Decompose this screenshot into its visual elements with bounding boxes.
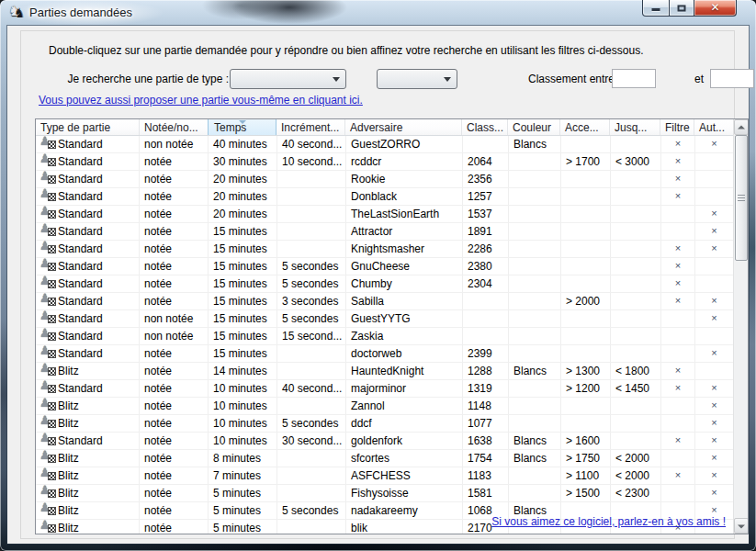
cell-auto: × [695, 293, 733, 309]
cell-increment: 5 secondes [277, 502, 346, 519]
maximize-button[interactable] [670, 0, 694, 17]
chess-pawn-board-icon: ♟ [40, 225, 56, 237]
chess-pawn-board-icon: ♟ [40, 138, 56, 150]
cell-adversary: goldenfork [346, 433, 463, 449]
chess-pawn-board-icon: ♟ [40, 434, 56, 446]
cell-below [611, 398, 661, 414]
cell-increment: 10 second... [277, 153, 346, 170]
cell-time: 40 minutes [209, 136, 277, 152]
cell-increment: 40 second... [277, 380, 346, 397]
table-row[interactable]: ♟Standardnotée20 minutesDonblack1257× [36, 188, 733, 206]
arrow-down-icon [738, 524, 745, 528]
table-row[interactable]: ♟Standardnotée15 minutes5 secondesChumby… [36, 276, 733, 293]
chess-pawn-board-icon: ♟ [40, 312, 56, 324]
table-row[interactable]: ♟Blitznotée8 minutessfcortes1754Blancs> … [36, 450, 733, 467]
cell-type: ♟Standard [36, 258, 140, 275]
cell-time: 7 minutes [209, 467, 277, 484]
table-row[interactable]: ♟Standardnotée15 minutesKnightsmasher228… [36, 241, 733, 258]
cell-color [509, 258, 561, 275]
table-row[interactable]: ♟Standardnon notée15 minutes5 secondesGu… [36, 310, 733, 328]
cell-type: ♟Standard [36, 433, 140, 449]
cell-type: ♟Blitz [36, 415, 140, 432]
cell-time: 10 minutes [209, 433, 277, 449]
cell-color [509, 398, 561, 414]
table-row[interactable]: ♟Blitznotée7 minutesASFCHESS1183> 1100< … [36, 467, 733, 485]
cell-increment: 5 secondes [277, 310, 346, 327]
cell-rated: notée [140, 241, 209, 257]
cell-time: 5 minutes [209, 502, 277, 519]
column-header-color[interactable]: Couleur [508, 119, 560, 135]
maximize-icon [678, 5, 686, 11]
game-subtype-select[interactable] [377, 69, 457, 89]
table-row[interactable]: ♟Standardnotée10 minutes30 second...gold… [36, 433, 733, 450]
column-header-rated[interactable]: Notée/no... [140, 119, 209, 135]
cell-auto: × [695, 450, 733, 467]
cell-auto: × [695, 206, 733, 222]
cell-increment: 5 secondes [277, 415, 346, 432]
scroll-up-button[interactable] [734, 119, 749, 135]
cell-rated: notée [140, 485, 209, 501]
cell-below [611, 188, 661, 205]
table-row[interactable]: ♟Standardnotée15 minutesAttractor1891× [36, 223, 733, 241]
cell-color [509, 171, 561, 187]
cell-increment: 30 second... [277, 433, 346, 449]
cell-below [611, 136, 661, 152]
chess-pawn-board-icon: ♟ [40, 417, 56, 429]
cell-filter: × [661, 241, 695, 257]
scrollbar-thumb[interactable] [735, 135, 748, 261]
cell-color [509, 467, 561, 484]
games-table: Type de partieNotée/no...TempsIncrément.… [35, 118, 749, 534]
table-row[interactable]: ♟Standardnon notée40 minutes40 second...… [36, 136, 733, 153]
propose-game-link[interactable]: Vous pouvez aussi proposer une partie vo… [39, 94, 363, 107]
table-row[interactable]: ♟Blitznotée14 minutesHauntedKnight1288Bl… [36, 363, 733, 380]
table-row[interactable]: ♟Standardnotée10 minutes40 second...majo… [36, 380, 733, 398]
column-header-filter[interactable]: Filtre [660, 119, 694, 135]
cell-type: ♟Standard [36, 241, 140, 257]
game-type-select[interactable] [230, 69, 346, 89]
table-row[interactable]: ♟Standardnotée15 minutes3 secondesSabill… [36, 293, 733, 310]
column-header-type[interactable]: Type de partie [36, 119, 140, 135]
cell-type: ♟Standard [36, 293, 140, 309]
table-row[interactable]: ♟Blitznotée5 minutesFishysoisse1581> 150… [36, 485, 733, 502]
column-header-below[interactable]: Jusq... [610, 119, 660, 135]
column-header-adversary[interactable]: Adversaire [345, 119, 462, 135]
table-row[interactable]: ♟Standardnotée30 minutes10 second...rcdd… [36, 153, 733, 171]
vertical-scrollbar[interactable] [733, 119, 748, 534]
cell-time: 15 minutes [209, 276, 277, 292]
column-header-auto[interactable]: Aut... [694, 119, 732, 135]
close-button[interactable]: ✕ [694, 0, 737, 17]
cell-auto: × [695, 433, 733, 449]
scroll-down-button[interactable] [734, 518, 749, 534]
table-row[interactable]: ♟Standardnotée15 minutes5 secondesGnuChe… [36, 258, 733, 276]
rating-max-input[interactable] [710, 69, 754, 88]
cell-filter [661, 450, 695, 467]
cell-increment: 5 secondes [277, 258, 346, 275]
table-row[interactable]: ♟Standardnotée20 minutesTheLastSionEarth… [36, 206, 733, 223]
minimize-button[interactable] [642, 0, 670, 17]
table-row[interactable]: ♟Standardnotée20 minutesRookie2356× [36, 171, 733, 188]
cell-auto: × [695, 467, 733, 484]
table-row[interactable]: ♟Blitznotée10 minutes5 secondesddcf1077× [36, 415, 733, 433]
cell-rating: 2399 [463, 345, 509, 362]
cell-rated: notée [140, 450, 209, 467]
share-link[interactable]: Si vous aimez ce logiciel, parlez-en à v… [491, 515, 726, 528]
cell-time: 15 minutes [209, 293, 277, 309]
titlebar[interactable]: ♞♞ Parties demandées ✕ [0, 0, 756, 26]
cell-auto: × [695, 485, 733, 501]
cell-type: ♟Standard [36, 136, 140, 152]
cell-filter [661, 485, 695, 501]
table-row[interactable]: ♟Standardnon notée15 minutes15 second...… [36, 328, 733, 345]
column-header-above[interactable]: Acce... [560, 119, 610, 135]
cell-type: ♟Blitz [36, 450, 140, 467]
column-header-rating[interactable]: Class... [462, 119, 508, 135]
rating-min-input[interactable] [612, 69, 656, 88]
column-header-increment[interactable]: Incrément... [276, 119, 345, 135]
cell-adversary: GuestYYTG [346, 310, 463, 327]
table-row[interactable]: ♟Standardnotée15 minutesdoctorweb2399× [36, 345, 733, 363]
cell-increment [277, 363, 346, 379]
cell-type: ♟Standard [36, 223, 140, 240]
column-header-time[interactable]: Temps [208, 119, 276, 135]
cell-color: Blancs [509, 450, 561, 467]
cell-adversary: HauntedKnight [346, 363, 463, 379]
table-row[interactable]: ♟Blitznotée10 minutesZannol1148× [36, 398, 733, 415]
